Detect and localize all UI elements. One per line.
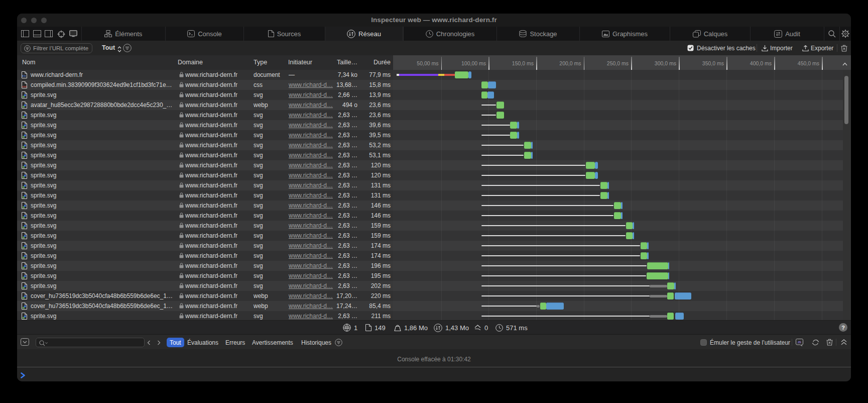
svg-text:JS: JS [797, 340, 801, 344]
svg-text:css: css [22, 85, 27, 88]
svg-text:?: ? [841, 325, 845, 331]
